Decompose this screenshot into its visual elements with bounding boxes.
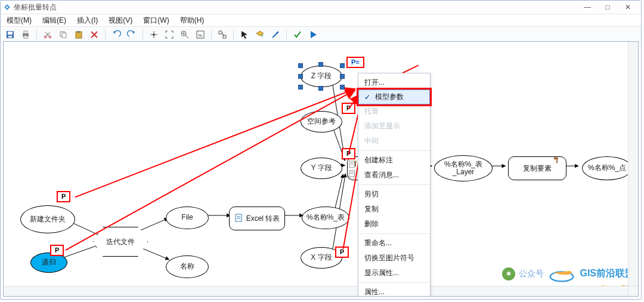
ctx-open[interactable]: 打开... [358, 75, 430, 90]
node-name[interactable]: 名称 [166, 255, 209, 278]
ctx-switch-symbol[interactable]: 切换至图片符号 [358, 251, 430, 266]
ctx-view-messages[interactable]: 查看消息... [358, 168, 430, 183]
app-icon [3, 3, 11, 11]
window-controls: — □ ✕ [579, 2, 639, 13]
add-data-icon[interactable]: + [254, 29, 266, 41]
wechat-icon: ✱ [502, 267, 515, 281]
selection-handle[interactable] [340, 74, 345, 79]
svg-line-38 [70, 222, 101, 236]
menu-help[interactable]: 帮助(H) [178, 15, 207, 26]
tool-copy-features[interactable]: 复制要素 [508, 156, 566, 180]
auto-layout-icon[interactable] [216, 29, 228, 41]
menu-edit[interactable]: 编辑(E) [40, 15, 69, 26]
selection-handle[interactable] [298, 85, 303, 90]
svg-rect-29 [219, 31, 222, 34]
svg-rect-6 [24, 31, 27, 33]
redo-icon[interactable] [126, 29, 138, 41]
model-canvas[interactable]: 新建文件夹 递归 迭代文件 File 名称 Excel 转表 %名称%_表 Z … [3, 41, 639, 297]
node-spatial-ref[interactable]: 空间参考 [301, 111, 342, 132]
svg-line-63 [75, 89, 355, 197]
svg-rect-13 [62, 33, 66, 38]
app-window: 坐标批量转点 — □ ✕ 模型(M) 编辑(E) 插入(I) 视图(V) 窗口(… [0, 0, 642, 300]
node-layer-output[interactable]: %名称%_表 _Layer [434, 155, 493, 181]
svg-rect-7 [24, 36, 27, 38]
ctx-rename[interactable]: 重命名... [358, 236, 430, 251]
selection-handle[interactable] [298, 74, 303, 79]
svg-line-24 [185, 35, 188, 38]
cut-icon[interactable] [42, 29, 54, 41]
paste-icon[interactable] [73, 29, 85, 41]
svg-rect-3 [8, 32, 13, 35]
copy-icon[interactable] [57, 29, 69, 41]
select-tool-icon[interactable] [239, 29, 250, 41]
menu-insert[interactable]: 插入(I) [75, 15, 100, 26]
menu-window[interactable]: 窗口(W) [141, 15, 171, 26]
print-icon[interactable] [20, 29, 32, 41]
svg-rect-15 [78, 31, 80, 33]
zoom-actual-icon[interactable]: % [194, 29, 206, 41]
selection-handle[interactable] [318, 86, 323, 91]
svg-point-1 [6, 6, 8, 8]
ctx-create-label[interactable]: 创建标注 [358, 153, 430, 168]
ctx-copy[interactable]: 复制 [358, 202, 430, 217]
ctx-show-props[interactable]: 显示属性... [358, 266, 430, 281]
node-new-folder[interactable]: 新建文件夹 [20, 205, 75, 233]
ctx-delete[interactable]: 删除 [358, 217, 430, 232]
selection-handle[interactable] [340, 85, 345, 90]
menu-view[interactable]: 视图(V) [106, 15, 135, 26]
minimize-button[interactable]: — [579, 2, 596, 13]
scrollbar-horizontal[interactable] [4, 286, 628, 296]
p-badge: P [342, 103, 355, 114]
node-iterate-files[interactable]: 迭代文件 [93, 227, 148, 257]
svg-marker-18 [113, 30, 115, 34]
validate-icon[interactable] [292, 29, 304, 41]
canvas-inner: 新建文件夹 递归 迭代文件 File 名称 Excel 转表 %名称%_表 Z … [4, 42, 638, 296]
full-extent-icon[interactable] [163, 29, 175, 41]
connect-tool-icon[interactable] [270, 29, 281, 41]
maximize-button[interactable]: □ [599, 2, 616, 13]
svg-marker-32 [242, 31, 247, 39]
zoom-in-icon[interactable] [179, 29, 191, 41]
svg-rect-52 [236, 214, 242, 221]
svg-rect-4 [8, 36, 12, 38]
tool-excel-to-table[interactable]: Excel 转表 [229, 207, 285, 230]
menu-model[interactable]: 模型(M) [4, 15, 34, 26]
run-icon[interactable] [307, 29, 319, 41]
node-y-field[interactable]: Y 字段 [301, 158, 342, 179]
ctx-hosted: 托管 [358, 104, 430, 119]
selection-handle[interactable] [318, 62, 323, 67]
p-badge: P [335, 246, 349, 258]
toolbar: % + [1, 27, 641, 43]
svg-line-41 [141, 248, 169, 260]
selection-handle[interactable] [340, 63, 345, 68]
delete-icon[interactable] [88, 29, 100, 41]
window-title: 坐标批量转点 [14, 2, 57, 13]
p-badge: P [342, 148, 355, 159]
ctx-model-parameter[interactable]: ✓ 模型参数 [358, 90, 430, 104]
ctx-intermediate: 中间 [358, 134, 430, 149]
clip-icon [348, 170, 357, 180]
script-icon [234, 213, 244, 224]
svg-text:+: + [261, 33, 264, 39]
scrollbar-vertical[interactable] [628, 42, 638, 286]
titlebar: 坐标批量转点 — □ ✕ [1, 1, 641, 14]
scrollbar-corner [628, 286, 638, 296]
ctx-add-to-display: 添加至显示 [358, 119, 430, 134]
svg-marker-19 [133, 30, 135, 34]
node-table-output[interactable]: %名称%_表 [302, 207, 349, 229]
ctx-cut[interactable]: 剪切 [358, 187, 430, 202]
save-icon[interactable] [4, 29, 16, 41]
undo-icon[interactable] [110, 29, 122, 41]
svg-point-69 [550, 272, 573, 281]
svg-text:%: % [198, 33, 202, 38]
pan-icon[interactable] [148, 29, 160, 41]
p-badge: P [50, 245, 64, 256]
p-badge-selected: P= [346, 57, 364, 68]
selection-handle[interactable] [298, 63, 303, 68]
ctx-properties[interactable]: 属性... [358, 285, 430, 297]
node-file[interactable]: File [166, 207, 209, 229]
node-points-output[interactable]: %名称%_点 [582, 156, 632, 180]
menubar: 模型(M) 编辑(E) 插入(I) 视图(V) 窗口(W) 帮助(H) [1, 14, 641, 27]
close-button[interactable]: ✕ [620, 2, 636, 13]
node-z-field[interactable]: Z 字段 [301, 66, 342, 87]
